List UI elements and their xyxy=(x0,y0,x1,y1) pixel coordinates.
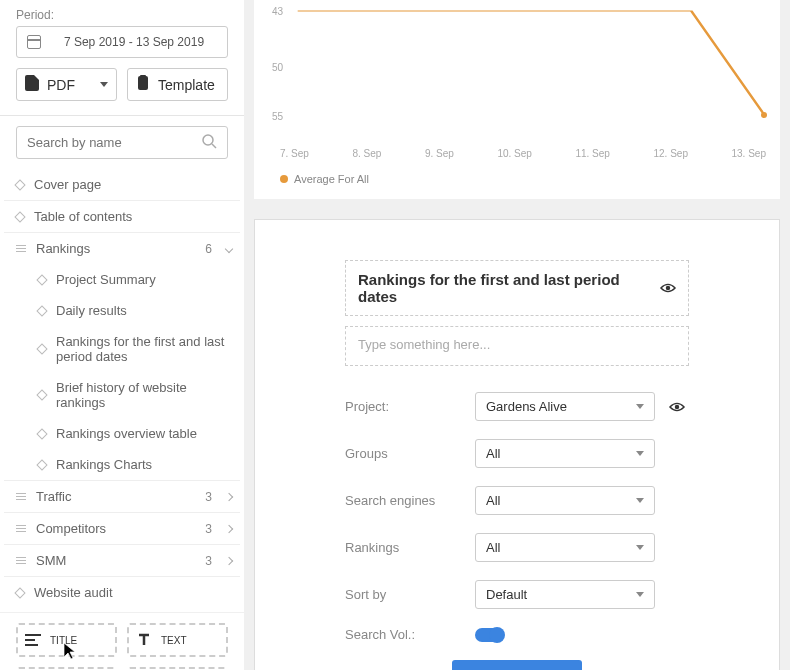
svg-rect-0 xyxy=(138,76,148,90)
dropdown-icon xyxy=(636,451,644,456)
list-icon xyxy=(16,557,26,565)
select-engines[interactable]: All xyxy=(475,486,655,515)
svg-point-12 xyxy=(666,286,670,290)
pdf-icon xyxy=(25,75,39,94)
toggle-searchvol[interactable] xyxy=(475,628,503,642)
chevron-right-icon xyxy=(225,524,233,532)
diamond-icon xyxy=(36,459,47,470)
list-icon xyxy=(16,493,26,501)
calendar-icon xyxy=(27,35,41,49)
pdf-label: PDF xyxy=(47,77,75,93)
svg-rect-4 xyxy=(25,634,41,636)
title-input-box[interactable]: Rankings for the first and last period d… xyxy=(345,260,689,316)
dropdown-icon xyxy=(636,592,644,597)
nav-rankings-history[interactable]: Brief history of website rankings xyxy=(4,372,240,418)
nav-traffic[interactable]: Traffic 3 xyxy=(4,480,240,512)
diamond-icon xyxy=(36,428,47,439)
label-searchvol: Search Vol.: xyxy=(345,627,475,642)
select-sort[interactable]: Default xyxy=(475,580,655,609)
dropdown-icon xyxy=(636,545,644,550)
eye-icon[interactable] xyxy=(660,280,676,296)
diamond-icon xyxy=(36,274,47,285)
svg-rect-5 xyxy=(25,639,35,641)
chevron-right-icon xyxy=(225,492,233,500)
diamond-icon xyxy=(36,389,47,400)
nav-rankings[interactable]: Rankings 6 xyxy=(4,232,240,264)
nav-cover-page[interactable]: Cover page xyxy=(4,169,240,200)
nav-smm[interactable]: SMM 3 xyxy=(4,544,240,576)
search-input-wrap[interactable] xyxy=(16,126,228,159)
label-project: Project: xyxy=(345,399,475,414)
period-picker[interactable]: 7 Sep 2019 - 13 Sep 2019 xyxy=(16,26,228,58)
svg-rect-1 xyxy=(140,75,146,78)
nav-rankings-summary[interactable]: Project Summary xyxy=(4,264,240,295)
list-icon xyxy=(16,525,26,533)
eye-icon[interactable] xyxy=(669,399,685,415)
text-icon xyxy=(135,631,153,649)
svg-point-2 xyxy=(203,135,213,145)
chart: 43 50 55 xyxy=(278,4,770,144)
nav-rankings-table[interactable]: Rankings overview table xyxy=(4,418,240,449)
svg-point-13 xyxy=(675,404,679,408)
nav-audit[interactable]: Website audit xyxy=(4,576,240,608)
select-groups[interactable]: All xyxy=(475,439,655,468)
svg-line-3 xyxy=(212,144,216,148)
cursor-icon xyxy=(63,642,77,664)
search-icon xyxy=(201,133,217,152)
diamond-icon xyxy=(14,587,25,598)
dropdown-icon xyxy=(636,404,644,409)
title-icon xyxy=(24,631,42,649)
list-icon xyxy=(16,245,26,253)
label-sort: Sort by xyxy=(345,587,475,602)
period-value: 7 Sep 2019 - 13 Sep 2019 xyxy=(51,35,217,49)
nav-competitors[interactable]: Competitors 3 xyxy=(4,512,240,544)
legend-dot-icon xyxy=(280,175,288,183)
select-rankings[interactable]: All xyxy=(475,533,655,562)
chart-legend: Average For All xyxy=(264,159,770,185)
label-engines: Search engines xyxy=(345,493,475,508)
dropdown-icon xyxy=(636,498,644,503)
template-label: Template xyxy=(158,77,215,93)
label-rankings: Rankings xyxy=(345,540,475,555)
label-groups: Groups xyxy=(345,446,475,461)
chevron-down-icon xyxy=(225,244,233,252)
period-label: Period: xyxy=(16,8,228,22)
form-save-button[interactable]: Save xyxy=(452,660,582,670)
chevron-right-icon xyxy=(225,556,233,564)
select-project[interactable]: Gardens Alive xyxy=(475,392,655,421)
chart-line xyxy=(278,4,770,144)
svg-point-11 xyxy=(761,112,767,118)
description-input[interactable]: Type something here... xyxy=(345,326,689,366)
search-input[interactable] xyxy=(27,135,201,150)
pdf-dropdown[interactable]: PDF xyxy=(16,68,117,101)
nav-toc[interactable]: Table of contents xyxy=(4,200,240,232)
diamond-icon xyxy=(14,179,25,190)
form-card: Rankings for the first and last period d… xyxy=(254,219,780,670)
xaxis: 7. Sep 8. Sep 9. Sep 10. Sep 11. Sep 12.… xyxy=(264,144,770,159)
template-button[interactable]: Template xyxy=(127,68,228,101)
block-text-button[interactable]: TEXT xyxy=(127,623,228,657)
template-icon xyxy=(136,75,150,94)
diamond-icon xyxy=(36,305,47,316)
chart-point xyxy=(762,113,772,123)
block-title-button[interactable]: TITLE xyxy=(16,623,117,657)
svg-rect-6 xyxy=(25,644,38,646)
chart-card: 43 50 55 7. Sep 8. Sep 9. Sep 10. Sep 11… xyxy=(254,0,780,199)
form-title: Rankings for the first and last period d… xyxy=(358,271,636,305)
nav-rankings-fld[interactable]: Rankings for the first and last period d… xyxy=(4,326,240,372)
diamond-icon xyxy=(36,343,47,354)
dropdown-icon xyxy=(100,82,108,87)
nav-rankings-charts[interactable]: Rankings Charts xyxy=(4,449,240,480)
diamond-icon xyxy=(14,211,25,222)
nav-rankings-daily[interactable]: Daily results xyxy=(4,295,240,326)
